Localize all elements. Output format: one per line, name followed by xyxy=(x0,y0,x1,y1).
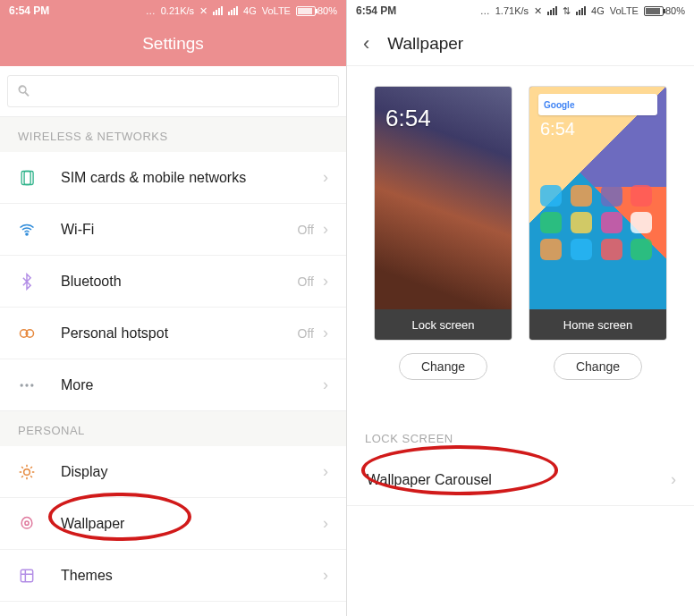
signal-icon xyxy=(547,6,557,15)
row-sim[interactable]: SIM cards & mobile networks › xyxy=(0,152,346,204)
lockscreen-preview-card: 6:54 Lock screen Change xyxy=(374,86,512,380)
svg-rect-0 xyxy=(21,171,30,184)
chevron-right-icon: › xyxy=(323,462,328,481)
chevron-right-icon: › xyxy=(671,470,676,489)
row-wallpaper[interactable]: Wallpaper › xyxy=(0,498,346,550)
chevron-right-icon: › xyxy=(323,168,328,187)
wallpaper-icon xyxy=(18,515,36,533)
homescreen-clock: 6:54 xyxy=(540,119,575,139)
svg-point-6 xyxy=(25,384,28,386)
status-net: 4G xyxy=(243,5,257,16)
section-personal: PERSONAL xyxy=(0,411,346,446)
battery-icon: 80% xyxy=(644,5,685,16)
signal-icon xyxy=(213,6,223,15)
row-label: Themes xyxy=(61,568,323,584)
row-wallpaper-carousel[interactable]: Wallpaper Carousel › xyxy=(347,454,694,506)
row-hotspot[interactable]: Personal hotspot Off › xyxy=(0,308,346,359)
row-label: SIM cards & mobile networks xyxy=(61,170,323,186)
signal-icon-2 xyxy=(576,6,586,15)
wallpaper-header: ‹ Wallpaper xyxy=(347,21,694,66)
mute-icon: ✕ xyxy=(199,5,207,17)
svg-point-5 xyxy=(21,384,23,386)
status-net: 4G xyxy=(591,5,605,16)
status-dots-icon: … xyxy=(146,5,156,16)
battery-icon: 80% xyxy=(296,5,337,16)
page-title: Wallpaper xyxy=(387,34,463,54)
homescreen-preview[interactable]: Google 6:54 Home screen xyxy=(529,86,667,341)
row-display[interactable]: Display › xyxy=(0,446,346,498)
change-homescreen-button[interactable]: Change xyxy=(554,353,642,380)
section-lockscreen: LOCK SCREEN xyxy=(347,419,694,454)
row-label: Personal hotspot xyxy=(61,325,298,342)
status-volte: VoLTE xyxy=(610,5,639,16)
themes-icon xyxy=(18,567,36,585)
lockscreen-preview[interactable]: 6:54 Lock screen xyxy=(374,86,512,341)
svg-rect-1 xyxy=(24,171,33,184)
homescreen-art: Google 6:54 xyxy=(529,87,666,309)
search-icon xyxy=(17,84,31,98)
search-input[interactable] xyxy=(7,75,339,107)
mute-icon: ✕ xyxy=(534,5,542,17)
status-time: 6:54 PM xyxy=(356,4,396,17)
settings-screen: 6:54 PM … 0.21K/s ✕ 4G VoLTE 80% Setting… xyxy=(0,0,347,616)
svg-rect-10 xyxy=(21,570,32,581)
status-volte: VoLTE xyxy=(262,5,291,16)
page-title: Settings xyxy=(142,34,204,54)
status-speed: 1.71K/s xyxy=(495,5,529,16)
row-value: Off xyxy=(298,223,314,237)
row-value: Off xyxy=(298,274,314,289)
row-label: Wi-Fi xyxy=(61,222,298,238)
row-label: Wallpaper Carousel xyxy=(367,472,671,488)
chevron-right-icon: › xyxy=(323,272,328,291)
row-bluetooth[interactable]: Bluetooth Off › xyxy=(0,256,346,308)
homescreen-preview-card: Google 6:54 Home screen Change xyxy=(529,86,667,380)
status-bar: 6:54 PM … 0.21K/s ✕ 4G VoLTE 80% xyxy=(0,0,346,21)
status-dots-icon: … xyxy=(480,5,490,16)
svg-point-7 xyxy=(30,384,33,386)
svg-point-2 xyxy=(26,232,28,234)
homescreen-caption: Home screen xyxy=(529,309,666,340)
wallpaper-screen: 6:54 PM … 1.71K/s ✕ ⇅ 4G VoLTE 80% ‹ Wal… xyxy=(347,0,694,616)
google-search-widget: Google xyxy=(538,94,657,115)
svg-point-9 xyxy=(25,521,29,525)
row-value: Off xyxy=(298,326,314,341)
display-icon xyxy=(18,463,36,481)
wifi-icon xyxy=(18,221,36,239)
svg-point-8 xyxy=(24,468,30,475)
data-updown-icon: ⇅ xyxy=(563,5,571,17)
back-button[interactable]: ‹ xyxy=(358,29,375,59)
chevron-right-icon: › xyxy=(323,566,328,585)
lockscreen-art: 6:54 xyxy=(375,87,512,309)
section-wireless: WIRELESS & NETWORKS xyxy=(0,117,346,152)
chevron-right-icon: › xyxy=(323,376,328,394)
more-icon xyxy=(18,376,36,394)
search-wrap xyxy=(0,66,346,117)
lockscreen-caption: Lock screen xyxy=(375,309,512,340)
chevron-right-icon: › xyxy=(323,220,328,239)
chevron-right-icon: › xyxy=(323,514,328,533)
row-label: Display xyxy=(61,464,323,480)
hotspot-icon xyxy=(18,325,36,342)
wallpaper-previews: 6:54 Lock screen Change Google 6:54 xyxy=(347,66,694,392)
status-bar: 6:54 PM … 1.71K/s ✕ ⇅ 4G VoLTE 80% xyxy=(347,0,694,21)
status-time: 6:54 PM xyxy=(9,4,49,17)
settings-header: Settings xyxy=(0,21,346,66)
row-themes[interactable]: Themes › xyxy=(0,550,346,602)
status-speed: 0.21K/s xyxy=(161,5,194,16)
bluetooth-icon xyxy=(18,273,36,291)
row-wifi[interactable]: Wi-Fi Off › xyxy=(0,204,346,256)
sim-icon xyxy=(18,169,36,187)
chevron-right-icon: › xyxy=(323,324,328,342)
signal-icon-2 xyxy=(228,6,238,15)
row-label: Wallpaper xyxy=(61,516,323,532)
row-label: More xyxy=(61,377,323,393)
app-grid xyxy=(540,185,656,260)
row-label: Bluetooth xyxy=(61,274,298,290)
change-lockscreen-button[interactable]: Change xyxy=(399,353,487,380)
row-more[interactable]: More › xyxy=(0,359,346,411)
lockscreen-clock: 6:54 xyxy=(385,105,431,132)
